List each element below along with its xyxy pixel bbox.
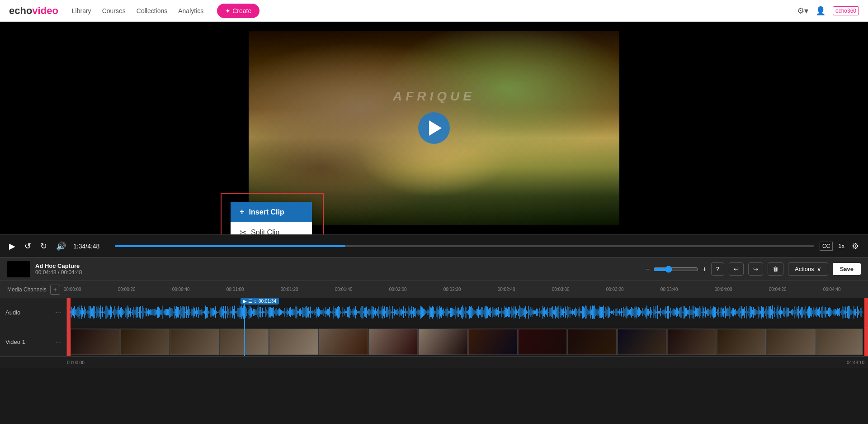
delete-button[interactable]: 🗑 xyxy=(768,262,783,276)
map-label: AFRIQUE xyxy=(393,89,475,104)
split-clip-item[interactable]: ✂ Split Clip xyxy=(231,222,312,234)
ruler-mark-4: 00:01:20 xyxy=(281,287,335,292)
nav-library[interactable]: Library xyxy=(72,7,91,14)
redo-button[interactable]: ↪ xyxy=(748,262,763,276)
app-icon: echo360 xyxy=(833,6,859,15)
media-info: Ad Hoc Capture 00:04:48 / 00:04:48 xyxy=(7,261,82,277)
settings-icon[interactable]: ⚙▾ xyxy=(797,6,808,16)
media-channels-header: Media Channels + 00:00:0000:00:2000:00:4… xyxy=(0,281,868,298)
logo-video: video xyxy=(32,5,58,17)
progress-fill xyxy=(115,245,345,247)
insert-clip-label: Insert Clip xyxy=(249,208,284,216)
ruler-mark-0: 00:00:00 xyxy=(64,287,118,292)
audio-track-label: Audio ⋯ xyxy=(0,298,67,327)
video-thumbnail xyxy=(7,261,30,277)
add-channel-button[interactable]: + xyxy=(50,285,60,295)
video-player: AFRIQUE + Insert Clip ✂ Split Clip Set T… xyxy=(0,22,868,234)
progress-bar[interactable] xyxy=(115,245,814,247)
zoom-control: − + xyxy=(646,265,707,273)
video-title: Ad Hoc Capture xyxy=(35,262,82,269)
settings-button[interactable]: ⚙ xyxy=(850,239,861,253)
zoom-in-icon[interactable]: + xyxy=(702,265,706,273)
logo-echo: echo xyxy=(9,5,32,17)
ruler-mark-14: 00:04:40 xyxy=(823,287,861,292)
media-channels-label: Media Channels xyxy=(7,286,47,293)
zoom-slider[interactable] xyxy=(653,266,698,273)
ruler-mark-5: 00:01:40 xyxy=(335,287,389,292)
chevron-down-icon: ∨ xyxy=(817,266,821,272)
timeline-ruler: 00:00:0000:00:2000:00:4000:01:0000:01:20… xyxy=(64,287,861,292)
header-right: ⚙▾ 👤 echo360 xyxy=(797,6,859,16)
scissors-icon: ✂ xyxy=(240,228,246,234)
ruler-mark-11: 00:03:40 xyxy=(660,287,715,292)
track-right-boundary xyxy=(864,298,868,327)
video-track-content xyxy=(67,327,868,356)
video-info: Ad Hoc Capture 00:04:48 / 00:04:48 xyxy=(35,262,82,276)
app-header: echovideo Library Courses Collections An… xyxy=(0,0,868,22)
context-menu: + Insert Clip ✂ Split Clip Set Thumbnail xyxy=(231,202,312,234)
nav-analytics[interactable]: Analytics xyxy=(178,7,203,14)
audio-track-row: Audio ⋯ ▶ ☰ ♫ 00:01:34 xyxy=(0,298,868,327)
logo: echovideo xyxy=(9,5,58,17)
waveform-canvas xyxy=(67,298,863,327)
rewind-button[interactable]: ↺ xyxy=(23,239,33,253)
ruler-mark-13: 00:04:20 xyxy=(769,287,823,292)
timeline-header: Ad Hoc Capture 00:04:48 / 00:04:48 − + ?… xyxy=(0,257,868,281)
audio-track-content: ▶ ☰ ♫ 00:01:34 xyxy=(67,298,868,327)
video-track-options[interactable]: ⋯ xyxy=(55,338,61,345)
forward-button[interactable]: ↻ xyxy=(38,239,49,253)
nav-collections[interactable]: Collections xyxy=(137,7,167,14)
video-label-text: Video 1 xyxy=(5,338,25,345)
user-icon[interactable]: 👤 xyxy=(816,6,826,16)
ruler-marks: 00:00:0000:00:2000:00:4000:01:0000:01:20… xyxy=(64,287,861,292)
split-clip-label: Split Clip xyxy=(251,229,279,234)
save-button[interactable]: Save xyxy=(833,263,861,275)
timeline-controls-right: − + ? ↩ ↪ 🗑 Actions ∨ Save xyxy=(646,262,861,276)
help-button[interactable]: ? xyxy=(711,262,724,276)
plus-icon: + xyxy=(240,207,245,217)
create-button[interactable]: ✦ Create xyxy=(217,4,259,18)
time-display: 1:34/4:48 xyxy=(73,243,109,250)
audio-label-text: Audio xyxy=(5,309,20,316)
video-track-label: Video 1 ⋯ xyxy=(0,327,67,356)
controls-right: CC 1x ⚙ xyxy=(820,239,861,253)
filmstrip-canvas xyxy=(67,327,863,356)
ruler-mark-8: 00:02:40 xyxy=(498,287,552,292)
undo-button[interactable]: ↩ xyxy=(729,262,744,276)
actions-label: Actions xyxy=(795,266,814,272)
ruler-mark-7: 00:02:20 xyxy=(443,287,498,292)
cc-button[interactable]: CC xyxy=(820,242,833,251)
ruler-mark-3: 00:01:00 xyxy=(226,287,281,292)
ruler-mark-10: 00:03:20 xyxy=(606,287,660,292)
ruler-mark-6: 00:02:00 xyxy=(389,287,443,292)
video-duration: 00:04:48 / 00:04:48 xyxy=(35,269,82,276)
ruler-mark-9: 00:03:00 xyxy=(552,287,606,292)
zoom-out-icon[interactable]: − xyxy=(646,265,650,273)
track-left-boundary xyxy=(67,298,71,327)
ruler-mark-1: 00:00:20 xyxy=(118,287,172,292)
video-frame: AFRIQUE xyxy=(249,31,619,225)
bottom-end-time: 04:48:10 xyxy=(847,360,864,365)
bottom-ruler: 00:00:00 04:48:10 xyxy=(0,357,868,368)
actions-button[interactable]: Actions ∨ xyxy=(788,262,828,276)
play-pause-button[interactable]: ▶ xyxy=(7,239,17,253)
bottom-start-time: 00:00:00 xyxy=(67,360,85,365)
timeline-section: Media Channels + 00:00:0000:00:2000:00:4… xyxy=(0,281,868,424)
play-button[interactable] xyxy=(418,112,450,144)
ruler-mark-12: 00:04:00 xyxy=(715,287,769,292)
volume-button[interactable]: 🔊 xyxy=(54,239,68,253)
video-track-row: Video 1 ⋯ xyxy=(0,327,868,357)
video-track-left-boundary xyxy=(67,327,71,356)
audio-track-options[interactable]: ⋯ xyxy=(55,309,61,316)
nav-courses[interactable]: Courses xyxy=(102,7,126,14)
insert-clip-item[interactable]: + Insert Clip xyxy=(231,202,312,222)
video-track-right-boundary xyxy=(864,327,868,356)
speed-label: 1x xyxy=(838,243,844,249)
nav-links: Library Courses Collections Analytics xyxy=(72,7,203,14)
ruler-mark-2: 00:00:40 xyxy=(172,287,226,292)
controls-bar: ▶ ↺ ↻ 🔊 1:34/4:48 CC 1x ⚙ xyxy=(0,234,868,257)
